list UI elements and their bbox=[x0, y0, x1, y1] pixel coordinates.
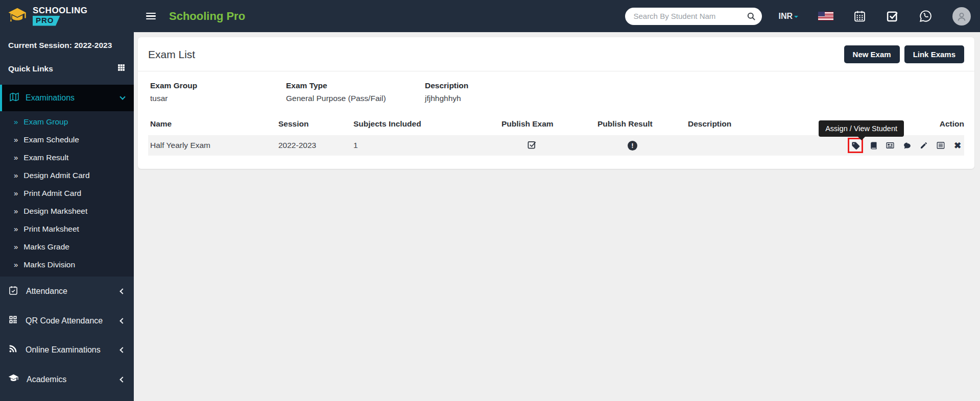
examinations-submenu: » Exam Group » Exam Schedule » Exam Resu… bbox=[0, 111, 134, 277]
sidebar-item-academics[interactable]: Academics bbox=[0, 364, 134, 394]
cell-exam-name: Half Yearly Exam bbox=[148, 141, 278, 150]
col-header-description: Description bbox=[688, 119, 814, 129]
sidebar-item-exam-schedule[interactable]: » Exam Schedule bbox=[0, 131, 134, 148]
sidebar-item-print-admit-card[interactable]: » Print Admit Card bbox=[0, 184, 134, 202]
link-exams-button[interactable]: Link Exams bbox=[904, 45, 964, 63]
menu-label: Attendance bbox=[26, 287, 113, 296]
delete-x-icon[interactable]: ✖ bbox=[951, 139, 964, 152]
chevron-left-icon bbox=[119, 377, 125, 382]
exam-type-value: General Purpose (Pass/Fail) bbox=[286, 94, 425, 103]
table-row: Half Yearly Exam 2022-2023 1 ! bbox=[148, 135, 964, 156]
tasks-check-icon[interactable] bbox=[886, 10, 899, 22]
sidebar-item-examinations[interactable]: Examinations bbox=[0, 85, 134, 111]
table-icon[interactable] bbox=[934, 139, 947, 152]
sidebar-item-attendance[interactable]: Attendance bbox=[0, 277, 134, 306]
tooltip-text: Assign / View Student bbox=[825, 124, 897, 133]
sidebar-item-design-marksheet[interactable]: » Design Marksheet bbox=[0, 202, 134, 220]
exam-group-label: Exam Group bbox=[150, 81, 286, 90]
chevron-left-icon bbox=[119, 288, 125, 294]
graduation-cap-icon bbox=[8, 373, 19, 386]
cell-publish-exam bbox=[501, 140, 597, 152]
menu-label: Online Examinations bbox=[26, 345, 113, 355]
current-session-label: Current Session: 2022-2023 bbox=[0, 32, 134, 57]
cell-subjects-included: 1 bbox=[353, 141, 501, 150]
col-header-name: Name bbox=[148, 119, 278, 129]
book-icon[interactable] bbox=[867, 139, 880, 152]
submenu-label: Exam Schedule bbox=[23, 135, 79, 144]
description-label: Description bbox=[425, 81, 468, 90]
page-title: Exam List bbox=[148, 48, 195, 61]
grid-icon bbox=[117, 63, 126, 74]
sidebar-item-marks-grade[interactable]: » Marks Grade bbox=[0, 238, 134, 256]
exam-list-card: Exam List New Exam Link Exams Exam Group… bbox=[138, 37, 974, 169]
tooltip: Assign / View Student bbox=[819, 120, 904, 137]
double-arrow-icon: » bbox=[14, 189, 18, 197]
col-header-session: Session bbox=[278, 119, 353, 129]
exam-group-value: tusar bbox=[150, 94, 286, 103]
double-arrow-icon: » bbox=[14, 260, 18, 269]
double-arrow-icon: » bbox=[14, 224, 18, 233]
exam-table: Name Session Subjects Included Publish E… bbox=[138, 104, 974, 169]
double-arrow-icon: » bbox=[14, 171, 18, 180]
description-value: jfjhhghhyh bbox=[425, 94, 468, 103]
menu-label: Academics bbox=[27, 375, 113, 384]
student-search bbox=[625, 8, 762, 25]
cell-publish-result: ! bbox=[597, 141, 688, 151]
language-flag-icon[interactable] bbox=[818, 12, 833, 20]
submenu-label: Marks Grade bbox=[23, 242, 69, 252]
double-arrow-icon: » bbox=[14, 135, 18, 144]
logo-line1: SCHOOLING bbox=[33, 6, 87, 16]
quick-links[interactable]: Quick Links bbox=[0, 57, 134, 81]
quick-links-label: Quick Links bbox=[8, 64, 53, 73]
col-header-publish-exam: Publish Exam bbox=[501, 119, 597, 129]
comment-icon[interactable] bbox=[900, 139, 914, 152]
double-arrow-icon: » bbox=[14, 207, 18, 215]
logo-text: SCHOOLING PRO bbox=[33, 6, 87, 26]
double-arrow-icon: » bbox=[14, 117, 18, 126]
sidebar-item-exam-result[interactable]: » Exam Result bbox=[0, 148, 134, 166]
currency-caret-icon bbox=[794, 16, 798, 20]
navbar-icons: INR bbox=[778, 7, 980, 26]
user-avatar[interactable] bbox=[952, 7, 971, 26]
tooltip-caret bbox=[858, 137, 865, 144]
newspaper-icon[interactable] bbox=[883, 139, 897, 152]
rss-icon bbox=[8, 344, 18, 356]
submenu-label: Print Marksheet bbox=[23, 224, 79, 234]
cell-actions: ✖ Assign / View Student bbox=[814, 138, 964, 153]
double-arrow-icon: » bbox=[14, 153, 18, 162]
pencil-icon[interactable] bbox=[917, 139, 930, 152]
sidebar-item-exam-group[interactable]: » Exam Group bbox=[0, 113, 134, 131]
col-header-subjects: Subjects Included bbox=[353, 119, 501, 129]
col-header-publish-result: Publish Result bbox=[597, 119, 688, 129]
chevron-down-icon bbox=[119, 94, 125, 99]
submenu-label: Design Admit Card bbox=[23, 171, 89, 180]
chevron-left-icon bbox=[119, 347, 125, 353]
currency-label: INR bbox=[778, 12, 793, 21]
sidebar-item-design-admit-card[interactable]: » Design Admit Card bbox=[0, 166, 134, 184]
new-exam-button[interactable]: New Exam bbox=[844, 45, 900, 63]
submenu-label: Design Marksheet bbox=[23, 207, 87, 216]
main-content: Exam List New Exam Link Exams Exam Group… bbox=[134, 32, 980, 401]
app-title: Schooling Pro bbox=[169, 10, 245, 23]
sidebar-item-marks-division[interactable]: » Marks Division bbox=[0, 256, 134, 273]
submenu-label: Marks Division bbox=[23, 260, 75, 269]
brand-logo[interactable]: SCHOOLING PRO bbox=[0, 6, 134, 27]
calendar-icon[interactable] bbox=[853, 10, 866, 22]
search-icon[interactable] bbox=[746, 11, 756, 23]
search-input[interactable] bbox=[625, 8, 762, 25]
chevron-left-icon bbox=[119, 318, 125, 323]
exclamation-circle-icon: ! bbox=[628, 141, 637, 151]
sidebar-item-qr-code-attendance[interactable]: QR Code Attendance bbox=[0, 306, 134, 335]
submenu-label: Exam Group bbox=[23, 117, 68, 127]
hamburger-menu-icon[interactable] bbox=[146, 11, 156, 21]
calendar-check-icon bbox=[8, 285, 18, 297]
cell-session: 2022-2023 bbox=[278, 141, 353, 150]
sidebar-item-print-marksheet[interactable]: » Print Marksheet bbox=[0, 220, 134, 238]
map-icon bbox=[9, 92, 19, 104]
app-window: SCHOOLING PRO Schooling Pro INR bbox=[0, 0, 980, 401]
submenu-label: Exam Result bbox=[23, 153, 68, 162]
currency-selector[interactable]: INR bbox=[778, 12, 798, 21]
whatsapp-icon[interactable] bbox=[919, 9, 933, 23]
sidebar: Current Session: 2022-2023 Quick Links E… bbox=[0, 32, 134, 401]
sidebar-item-online-examinations[interactable]: Online Examinations bbox=[0, 335, 134, 364]
